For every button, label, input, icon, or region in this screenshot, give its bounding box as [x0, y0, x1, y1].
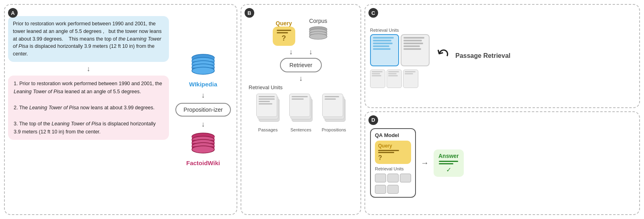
doc-card-1 — [256, 94, 277, 117]
arrow-down-b2: ↓ — [309, 48, 313, 55]
section-c: C Retrieval Units — [364, 4, 640, 108]
corpus-label: Corpus — [309, 18, 327, 24]
small-doc-1 — [370, 70, 385, 88]
passage-text: Prior to restoration work performed betw… — [13, 21, 162, 57]
ans-line-2 — [439, 163, 453, 164]
qa-unit-1 — [375, 174, 386, 182]
section-d-label: D — [368, 115, 378, 125]
main-container: A Prior to restoration work performed be… — [4, 4, 640, 215]
qa-query-box: Query ? — [375, 141, 411, 164]
section-b-label: B — [245, 8, 254, 18]
section-c-label: C — [368, 8, 378, 18]
passage-box: Prior to restoration work performed betw… — [8, 16, 169, 62]
retrieval-units-c-label: Retrieval Units — [370, 28, 430, 33]
propositions-label-b: Propositions — [322, 127, 346, 132]
sentences-group: Sentences — [288, 93, 313, 132]
query-line-1 — [277, 30, 291, 31]
section-b: B Query ? Corpus — [241, 4, 361, 215]
sentences-label-b: Sentences — [290, 127, 311, 132]
query-question-mark: ? — [282, 34, 286, 43]
retrieval-units-label-b: Retrieval Units — [249, 84, 283, 90]
svg-point-8 — [192, 67, 214, 74]
section-a-left: Prior to restoration work performed betw… — [8, 9, 169, 210]
check-mark-icon: ✓ — [446, 166, 451, 174]
prop-card-1 — [322, 94, 343, 117]
passage-card-unselected — [401, 34, 430, 66]
qa-unit-5 — [387, 185, 399, 194]
small-doc-stack-c — [370, 70, 430, 88]
arrow-down-1: ↓ — [8, 65, 169, 72]
svg-point-17 — [192, 146, 214, 153]
section-a: A Prior to restoration work performed be… — [4, 4, 237, 215]
section-a-label: A — [8, 8, 18, 18]
passage-big-cards — [370, 34, 430, 66]
arrow-down-b3: ↓ — [299, 75, 303, 82]
qa-unit-3 — [400, 174, 411, 182]
prop-2: 2. The Leaning Tower of Pisa now leans a… — [14, 104, 163, 112]
svg-point-24 — [309, 34, 327, 39]
answer-lines — [439, 161, 458, 164]
qa-retrieval-label: Retrieval Units — [375, 166, 411, 171]
doc-stack-area: Passages — [245, 93, 357, 132]
retriever-box: Retriever — [280, 58, 322, 72]
query-label-b: Query — [276, 20, 292, 27]
prop-1: 1. Prior to restoration work performed b… — [14, 80, 163, 96]
arrow-down-wiki: ↓ — [202, 92, 205, 99]
prop-3: 3. The top of the Leaning Tower of Pisa … — [14, 120, 163, 136]
qa-units-row-1 — [375, 174, 411, 182]
arrow-right-d: → — [421, 158, 429, 168]
section-b-top: Query ? Corpus — [273, 18, 329, 46]
ans-line-1 — [439, 161, 458, 162]
section-c-cards: Retrieval Units — [370, 24, 430, 88]
passages-group: Passages — [255, 93, 280, 132]
passage-card-selected — [370, 34, 399, 66]
qa-query-label: Query — [378, 143, 392, 149]
factoidwiki-icon: FactoidWiki — [186, 132, 220, 166]
wikipedia-icon: WIkipedia — [189, 53, 217, 88]
small-doc-3 — [403, 70, 418, 88]
passage-retrieval-label: Passage Retrieval — [455, 52, 510, 59]
arrow-down-prop: ↓ — [202, 121, 205, 128]
qa-model-box: QA Model Query ? Retrieval Units — [370, 128, 416, 198]
propositions-box: 1. Prior to restoration work performed b… — [8, 76, 169, 140]
sent-card-1 — [289, 94, 310, 117]
qa-unit-4 — [375, 185, 386, 194]
arrow-down-b1: ↓ — [289, 48, 293, 55]
qa-unit-2 — [387, 174, 399, 182]
query-icon-b: ? — [273, 27, 295, 46]
propositions-group: Propositions — [321, 93, 346, 132]
qa-units-row-2 — [375, 185, 411, 194]
answer-label: Answer — [438, 153, 459, 159]
propositionizer-box: Proposition-izer — [175, 103, 230, 117]
curved-arrow-c: ↷ — [432, 43, 453, 65]
query-line-2 — [277, 32, 288, 33]
wikipedia-label: WIkipedia — [189, 81, 217, 88]
passages-label-b: Passages — [258, 127, 278, 132]
factoidwiki-label: FactoidWiki — [186, 160, 220, 166]
section-a-right: WIkipedia ↓ Proposition-izer ↓ — [173, 9, 233, 210]
section-cd: C Retrieval Units — [364, 4, 640, 215]
qa-model-label: QA Model — [375, 132, 411, 138]
small-doc-2 — [387, 70, 402, 88]
corpus-db-icon — [307, 26, 329, 46]
answer-box: Answer ✓ — [434, 149, 464, 177]
section-d: D QA Model Query ? Retrieval Units — [364, 111, 640, 215]
